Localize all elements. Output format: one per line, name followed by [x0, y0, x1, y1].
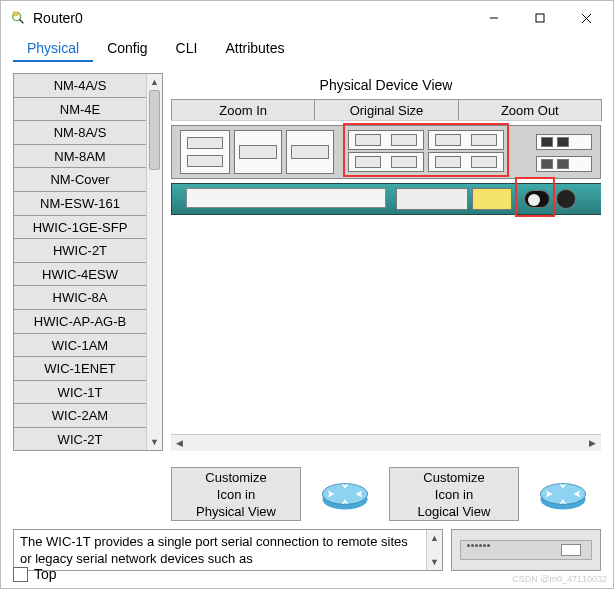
module-item[interactable]: NM-4A/S	[14, 74, 146, 98]
zoom-controls: Zoom In Original Size Zoom Out	[171, 99, 601, 121]
scroll-thumb[interactable]	[149, 90, 160, 170]
description-row: The WIC-1T provides a single port serial…	[13, 529, 601, 571]
customize-physical-button[interactable]: Customize Icon in Physical View	[171, 467, 301, 521]
modules-list[interactable]: NM-4A/S NM-4E NM-8A/S NM-8AM NM-Cover NM…	[14, 74, 146, 450]
tab-attributes[interactable]: Attributes	[211, 35, 298, 62]
customize-row: Customize Icon in Physical View Customiz…	[1, 467, 613, 521]
scroll-down-icon[interactable]: ▼	[147, 434, 162, 450]
serial-port-icon	[561, 544, 581, 556]
watermark: CSDN @m0_47110032	[512, 574, 607, 584]
customize-label: Icon in	[435, 487, 473, 502]
module-preview[interactable]	[451, 529, 601, 571]
scroll-down-icon[interactable]: ▼	[427, 554, 442, 570]
description-scrollbar[interactable]: ▲ ▼	[426, 530, 442, 570]
scroll-left-icon[interactable]: ◀	[171, 435, 188, 452]
module-item[interactable]: HWIC-8A	[14, 286, 146, 310]
minimize-button[interactable]	[471, 3, 517, 33]
customize-label: Logical View	[418, 504, 491, 519]
highlight-power	[515, 177, 555, 217]
router-icon	[537, 468, 589, 520]
device-viewport[interactable]	[171, 121, 601, 353]
module-item[interactable]: HWIC-AP-AG-B	[14, 310, 146, 334]
window-controls	[471, 3, 609, 33]
app-icon	[9, 9, 27, 27]
main-area: NM-4A/S NM-4E NM-8A/S NM-8AM NM-Cover NM…	[1, 63, 613, 455]
scroll-up-icon[interactable]: ▲	[427, 530, 442, 546]
scroll-up-icon[interactable]: ▲	[147, 74, 162, 90]
physical-view-pane: Physical Device View Zoom In Original Si…	[171, 73, 601, 451]
zoom-out-button[interactable]: Zoom Out	[458, 99, 602, 121]
top-checkbox[interactable]	[13, 567, 28, 582]
module-item[interactable]: HWIC-1GE-SFP	[14, 216, 146, 240]
scroll-track[interactable]	[188, 435, 584, 451]
device-h-scrollbar[interactable]: ◀ ▶	[171, 434, 601, 451]
router-icon	[319, 468, 371, 520]
module-item[interactable]: NM-ESW-161	[14, 192, 146, 216]
tab-config[interactable]: Config	[93, 35, 161, 62]
svg-rect-4	[536, 14, 544, 22]
svg-line-1	[19, 19, 23, 23]
module-item[interactable]: HWIC-2T	[14, 239, 146, 263]
port-dots-icon	[467, 544, 490, 547]
module-item[interactable]: WIC-1ENET	[14, 357, 146, 381]
window-title: Router0	[33, 10, 471, 26]
module-item[interactable]: HWIC-4ESW	[14, 263, 146, 287]
maximize-button[interactable]	[517, 3, 563, 33]
customize-label: Icon in	[217, 487, 255, 502]
module-item[interactable]: WIC-2T	[14, 428, 146, 450]
customize-label: Physical View	[196, 504, 276, 519]
view-title: Physical Device View	[171, 77, 601, 93]
module-item[interactable]: NM-8AM	[14, 145, 146, 169]
zoom-original-button[interactable]: Original Size	[314, 99, 458, 121]
customize-label: Customize	[423, 470, 484, 485]
module-item[interactable]: WIC-1AM	[14, 334, 146, 358]
customize-label: Customize	[205, 470, 266, 485]
close-button[interactable]	[563, 3, 609, 33]
modules-scrollbar[interactable]: ▲ ▼	[146, 74, 162, 450]
module-item[interactable]: NM-4E	[14, 98, 146, 122]
highlight-slots	[343, 123, 509, 177]
modules-panel: NM-4A/S NM-4E NM-8A/S NM-8AM NM-Cover NM…	[13, 73, 163, 451]
customize-logical-button[interactable]: Customize Icon in Logical View	[389, 467, 519, 521]
module-item[interactable]: NM-8A/S	[14, 121, 146, 145]
tab-physical[interactable]: Physical	[13, 35, 93, 62]
module-item[interactable]: WIC-2AM	[14, 404, 146, 428]
description-text[interactable]: The WIC-1T provides a single port serial…	[14, 530, 426, 570]
scroll-right-icon[interactable]: ▶	[584, 435, 601, 452]
titlebar: Router0	[1, 1, 613, 35]
zoom-in-button[interactable]: Zoom In	[171, 99, 315, 121]
svg-rect-2	[13, 12, 18, 15]
module-item[interactable]: NM-Cover	[14, 168, 146, 192]
tab-bar: Physical Config CLI Attributes	[1, 35, 613, 63]
module-description: The WIC-1T provides a single port serial…	[13, 529, 443, 571]
device-viewport-container: ◀ ▶	[171, 120, 601, 451]
tab-cli[interactable]: CLI	[162, 35, 212, 62]
top-label: Top	[34, 566, 57, 582]
chassis-label-panel	[186, 188, 386, 208]
footer: Top	[13, 566, 57, 582]
module-item[interactable]: WIC-1T	[14, 381, 146, 405]
device-config-window: Router0 Physical Config CLI Attributes N…	[0, 0, 614, 589]
